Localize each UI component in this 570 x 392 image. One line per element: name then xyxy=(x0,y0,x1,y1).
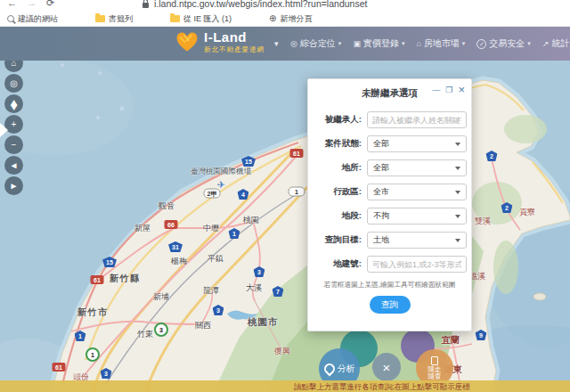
dialog-note: 若需框選圖上某區,繪圖工具可框繪面狀範圍 xyxy=(312,280,468,290)
zoom-out-icon: − xyxy=(12,140,17,150)
map-label-貢寮: 貢寮 xyxy=(519,207,535,218)
browser-forward-icon[interactable]: → xyxy=(27,0,37,8)
locate-button[interactable]: ◎ xyxy=(4,74,23,93)
form-row-query-target: 查詢目標:土地 xyxy=(308,232,471,249)
panel-collapse-arrow-icon[interactable] xyxy=(0,123,8,137)
decedent-label: 被繼承人: xyxy=(312,114,367,126)
close-icon: × xyxy=(383,360,391,375)
district-select[interactable]: 全市 xyxy=(367,184,467,200)
brand-logo[interactable]: I-Land 新北不動產愛連網 xyxy=(175,30,265,54)
chevron-down-icon: ▾ xyxy=(462,40,466,47)
map-label-大溪: 大溪 xyxy=(246,282,262,294)
menu-統計分析[interactable]: ↗統計分析▾ xyxy=(542,37,570,50)
route-shield-3: 3 xyxy=(154,323,168,337)
menu-交易安全[interactable]: ✓交易安全▾ xyxy=(476,37,531,50)
section-value: 不拘 xyxy=(373,210,389,222)
map-label-新竹市: 新竹市 xyxy=(77,306,109,319)
locate-icon: ◎ xyxy=(10,78,18,88)
case-status-select[interactable]: 全部 xyxy=(367,135,467,152)
route-shield-66: 66 xyxy=(165,220,178,229)
query-target-label: 查詢目標: xyxy=(312,234,367,246)
query-target-value: 土地 xyxy=(373,234,389,246)
chevron-down-icon xyxy=(455,191,460,194)
minimize-icon[interactable]: — xyxy=(432,85,440,95)
menu-實價登錄[interactable]: ▣實價登錄▾ xyxy=(353,37,404,50)
district-label: 行政區: xyxy=(312,186,367,198)
land-office-select[interactable]: 全部 xyxy=(367,159,467,176)
unregistered-inheritance-dialog: 未辦繼承選項 — ❐ × 被繼承人:案件狀態:全部地所:全部行政區:全市地段:不… xyxy=(307,78,472,331)
brand-caret-icon[interactable]: ▾ xyxy=(274,39,279,48)
previous-extent-icon: ◄ xyxy=(10,160,19,170)
compass-button[interactable]: ◆ xyxy=(4,94,23,113)
form-row-case-status: 案件狀態:全部 xyxy=(308,135,471,152)
compass-icon: ◆ xyxy=(11,96,18,111)
route-shield-1: 1 xyxy=(289,187,305,197)
close-icon[interactable]: × xyxy=(458,85,465,95)
brand-subtitle: 新北不動產愛連網 xyxy=(204,45,265,54)
address-bar[interactable]: i.land.ntpc.gov.tw/webgis/index.html?run… xyxy=(154,0,367,9)
ssl-lock-icon xyxy=(142,3,149,8)
bookmark-item[interactable]: 建議的網站 xyxy=(7,13,58,25)
parcel-number-input[interactable] xyxy=(367,256,467,273)
dialog-form: 被繼承人:案件狀態:全部地所:全部行政區:全市地段:不拘查詢目標:土地地建號: xyxy=(308,111,471,273)
restore-icon[interactable]: ❐ xyxy=(445,85,452,95)
chevron-down-icon xyxy=(455,215,460,218)
decedent-input[interactable] xyxy=(367,111,467,128)
menu-icon-交易安全: ✓ xyxy=(476,39,486,49)
heart-logo-icon xyxy=(175,30,200,53)
menu-綜合定位[interactable]: ◎綜合定位▾ xyxy=(290,37,341,50)
zoom-out-button[interactable]: − xyxy=(4,135,23,154)
map-footer-banner: 請點擊上方選單進行各項查詢;在圖上點擊可顯示座標 xyxy=(0,380,570,392)
bookmark-item[interactable]: 書籤列 xyxy=(95,13,133,25)
parcel-number-label: 地建號: xyxy=(312,258,367,270)
browser-reload-icon[interactable]: ⟳ xyxy=(46,0,54,9)
chevron-down-icon: ▾ xyxy=(527,40,531,47)
map-label-新埔: 新埔 xyxy=(153,291,169,303)
land-office-label: 地所: xyxy=(312,162,367,174)
browser-back-icon[interactable]: ← xyxy=(7,0,17,8)
bookmark-label: 從 IE 匯入 (1) xyxy=(183,13,232,25)
zoom-in-icon: + xyxy=(12,119,17,129)
bookmark-item[interactable]: ⊕新增分頁 xyxy=(269,13,312,25)
menu-label: 綜合定位 xyxy=(300,37,336,50)
banner-text: 請點擊上方選單進行各項查詢;在圖上點擊可顯示座標 xyxy=(294,382,470,392)
next-extent-button[interactable]: ► xyxy=(4,176,23,195)
form-row-section: 地段:不拘 xyxy=(308,208,471,225)
map-label-竹東: 竹東 xyxy=(137,329,153,340)
map-canvas[interactable]: 臺灣桃園國際機場✈觀音新屋中壢桃園楊梅平鎮新埔龍潭大溪關西竹東新竹縣新竹市桃園市… xyxy=(0,61,570,392)
mobile-icon xyxy=(431,356,438,365)
query-button[interactable]: 查詢 xyxy=(370,296,411,314)
map-label-觀音: 觀音 xyxy=(159,200,175,212)
island xyxy=(533,293,546,300)
route-shield-1: 1 xyxy=(86,347,100,362)
chevron-down-icon: ▾ xyxy=(338,40,342,47)
bookmark-item[interactable]: 從 IE 匯入 (1) xyxy=(170,13,232,25)
route-shield-2甲: 2甲 xyxy=(204,189,221,199)
route-shield-61: 61 xyxy=(290,149,304,158)
menu-房地市場[interactable]: ⌂房地市場▾ xyxy=(416,37,465,50)
map-label-桃園市: 桃園市 xyxy=(248,316,279,329)
magnifier-icon xyxy=(7,15,14,22)
bookmark-label: 新增分頁 xyxy=(280,13,312,25)
map-label-關西: 關西 xyxy=(195,320,211,331)
route-shield-61: 61 xyxy=(91,275,104,284)
fab-close-button[interactable]: × xyxy=(372,353,401,381)
map-label-平鎮: 平鎮 xyxy=(208,253,224,265)
map-label-新竹縣: 新竹縣 xyxy=(110,273,141,285)
route-shield-61: 61 xyxy=(53,363,66,372)
map-label-宜蘭: 宜蘭 xyxy=(442,334,460,347)
previous-extent-button[interactable]: ◄ xyxy=(4,156,23,175)
query-target-select[interactable]: 土地 xyxy=(367,232,467,249)
bookmark-label: 書籤列 xyxy=(109,13,133,25)
main-menu: ◎綜合定位▾▣實價登錄▾⌂房地市場▾✓交易安全▾↗統計分析▾i公開資訊▾ xyxy=(290,27,570,61)
chevron-down-icon xyxy=(455,143,460,146)
fab-analyze-label: 分析 xyxy=(338,363,355,375)
folder-icon xyxy=(170,15,180,22)
form-row-parcel-number: 地建號: xyxy=(308,256,471,273)
app-navbar: I-Land 新北不動產愛連網 ▾ ◎綜合定位▾▣實價登錄▾⌂房地市場▾✓交易安… xyxy=(0,27,570,61)
chevron-down-icon: ▾ xyxy=(402,40,405,47)
section-select[interactable]: 不拘 xyxy=(367,208,467,225)
menu-label: 交易安全 xyxy=(489,37,525,50)
chevron-down-icon xyxy=(455,239,460,242)
map-label-臺灣桃園國際機場: 臺灣桃園國際機場 xyxy=(191,167,251,177)
